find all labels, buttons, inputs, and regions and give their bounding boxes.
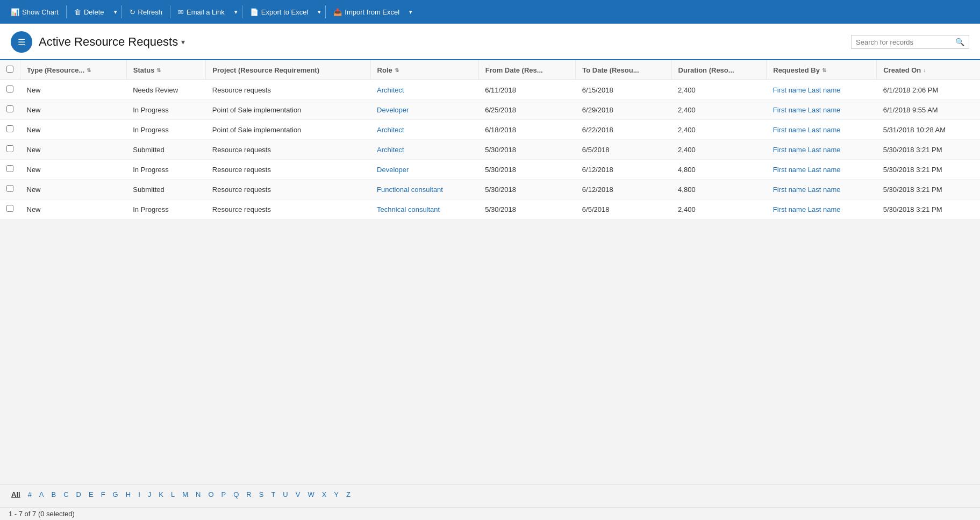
- col-to-date[interactable]: To Date (Resou...: [576, 60, 671, 80]
- row-checkbox-cell[interactable]: [0, 140, 20, 160]
- search-box: 🔍: [851, 35, 969, 49]
- email-link-button[interactable]: ✉ Email a Link: [171, 0, 231, 24]
- cell-requested-by[interactable]: First name Last name: [767, 180, 877, 200]
- requested-by-link[interactable]: First name Last name: [773, 106, 841, 114]
- cell-from-date: 5/30/2018: [478, 160, 576, 180]
- import-dropdown-button[interactable]: ▾: [406, 0, 416, 24]
- cell-status: In Progress: [126, 200, 206, 219]
- cell-from-date: 6/25/2018: [478, 100, 576, 120]
- requested-by-link[interactable]: First name Last name: [773, 86, 841, 94]
- export-excel-button[interactable]: 📄 Export to Excel: [244, 0, 314, 24]
- table-row: New In Progress Resource requests Develo…: [0, 160, 980, 180]
- requested-by-link[interactable]: First name Last name: [773, 186, 841, 194]
- cell-type: New: [20, 100, 127, 120]
- requested-by-link[interactable]: First name Last name: [773, 126, 841, 134]
- import-icon: 📥: [333, 8, 342, 16]
- cell-requested-by[interactable]: First name Last name: [767, 120, 877, 140]
- cell-created-on: 6/1/2018 2:06 PM: [877, 80, 980, 100]
- cell-role[interactable]: Developer: [370, 100, 478, 120]
- select-all-checkbox[interactable]: [6, 66, 13, 73]
- table-row: New In Progress Point of Sale implementa…: [0, 120, 980, 140]
- sort-icon-status: ⇅: [156, 67, 161, 73]
- select-all-header[interactable]: [0, 60, 20, 80]
- cell-role[interactable]: Developer: [370, 160, 478, 180]
- export-dropdown-button[interactable]: ▾: [314, 0, 324, 24]
- title-dropdown-icon[interactable]: ▾: [181, 38, 185, 46]
- table-body: New Needs Review Resource requests Archi…: [0, 80, 980, 219]
- cell-requested-by[interactable]: First name Last name: [767, 200, 877, 219]
- search-icon[interactable]: 🔍: [955, 38, 964, 46]
- col-type[interactable]: Type (Resource... ⇅: [20, 60, 127, 80]
- cell-role[interactable]: Technical consultant: [370, 200, 478, 219]
- role-link[interactable]: Architect: [377, 146, 404, 154]
- row-checkbox[interactable]: [6, 165, 13, 172]
- cell-duration: 2,400: [671, 100, 767, 120]
- cell-role[interactable]: Architect: [370, 120, 478, 140]
- cell-to-date: 6/29/2018: [576, 100, 671, 120]
- cell-requested-by[interactable]: First name Last name: [767, 80, 877, 100]
- col-requested-by[interactable]: Requested By ⇅: [767, 60, 877, 80]
- col-duration[interactable]: Duration (Reso...: [671, 60, 767, 80]
- refresh-button[interactable]: ↻ Refresh: [123, 0, 169, 24]
- cell-created-on: 6/1/2018 9:55 AM: [877, 100, 980, 120]
- email-dropdown-button[interactable]: ▾: [231, 0, 241, 24]
- cell-role[interactable]: Architect: [370, 80, 478, 100]
- cell-project: Resource requests: [206, 80, 370, 100]
- divider-2: [121, 5, 122, 18]
- cell-duration: 2,400: [671, 80, 767, 100]
- cell-to-date: 6/5/2018: [576, 200, 671, 219]
- cell-from-date: 5/30/2018: [478, 180, 576, 200]
- refresh-icon: ↻: [130, 8, 135, 16]
- table-row: New Submitted Resource requests Architec…: [0, 140, 980, 160]
- col-from-date[interactable]: From Date (Res...: [478, 60, 576, 80]
- col-status[interactable]: Status ⇅: [126, 60, 206, 80]
- row-checkbox[interactable]: [6, 205, 13, 212]
- row-checkbox[interactable]: [6, 145, 13, 152]
- cell-role[interactable]: Architect: [370, 140, 478, 160]
- show-chart-button[interactable]: 📊 Show Chart: [4, 0, 65, 24]
- cell-project: Resource requests: [206, 160, 370, 180]
- cell-type: New: [20, 180, 127, 200]
- cell-duration: 2,400: [671, 200, 767, 219]
- cell-requested-by[interactable]: First name Last name: [767, 160, 877, 180]
- role-link[interactable]: Functional consultant: [377, 186, 443, 194]
- row-checkbox[interactable]: [6, 125, 13, 132]
- cell-status: Submitted: [126, 180, 206, 200]
- col-created-on[interactable]: Created On ↓: [877, 60, 980, 80]
- search-input[interactable]: [856, 38, 955, 46]
- row-checkbox[interactable]: [6, 105, 13, 112]
- cell-status: Submitted: [126, 140, 206, 160]
- cell-requested-by[interactable]: First name Last name: [767, 100, 877, 120]
- row-checkbox[interactable]: [6, 185, 13, 192]
- role-link[interactable]: Technical consultant: [377, 205, 440, 213]
- role-link[interactable]: Developer: [377, 166, 409, 174]
- requested-by-link[interactable]: First name Last name: [773, 166, 841, 174]
- toolbar: 📊 Show Chart 🗑 Delete ▾ ↻ Refresh ✉ Emai…: [0, 0, 980, 24]
- delete-dropdown-button[interactable]: ▾: [111, 0, 120, 24]
- cell-requested-by[interactable]: First name Last name: [767, 140, 877, 160]
- row-checkbox-cell[interactable]: [0, 160, 20, 180]
- cell-created-on: 5/30/2018 3:21 PM: [877, 200, 980, 219]
- role-link[interactable]: Architect: [377, 86, 404, 94]
- header-left: ☰ Active Resource Requests ▾: [11, 31, 185, 59]
- col-project[interactable]: Project (Resource Requirement): [206, 60, 370, 80]
- cell-type: New: [20, 200, 127, 219]
- row-checkbox[interactable]: [6, 86, 13, 92]
- import-excel-button[interactable]: 📥 Import from Excel: [327, 0, 406, 24]
- role-link[interactable]: Architect: [377, 126, 404, 134]
- row-checkbox-cell[interactable]: [0, 180, 20, 200]
- row-checkbox-cell[interactable]: [0, 200, 20, 219]
- sort-icon-type: ⇅: [87, 67, 91, 73]
- role-link[interactable]: Developer: [377, 106, 409, 114]
- col-role[interactable]: Role ⇅: [370, 60, 478, 80]
- row-checkbox-cell[interactable]: [0, 80, 20, 100]
- table-row: New Needs Review Resource requests Archi…: [0, 80, 980, 100]
- cell-from-date: 5/30/2018: [478, 140, 576, 160]
- row-checkbox-cell[interactable]: [0, 100, 20, 120]
- cell-duration: 2,400: [671, 120, 767, 140]
- row-checkbox-cell[interactable]: [0, 120, 20, 140]
- cell-role[interactable]: Functional consultant: [370, 180, 478, 200]
- requested-by-link[interactable]: First name Last name: [773, 205, 841, 213]
- requested-by-link[interactable]: First name Last name: [773, 146, 841, 154]
- delete-button[interactable]: 🗑 Delete: [68, 0, 111, 24]
